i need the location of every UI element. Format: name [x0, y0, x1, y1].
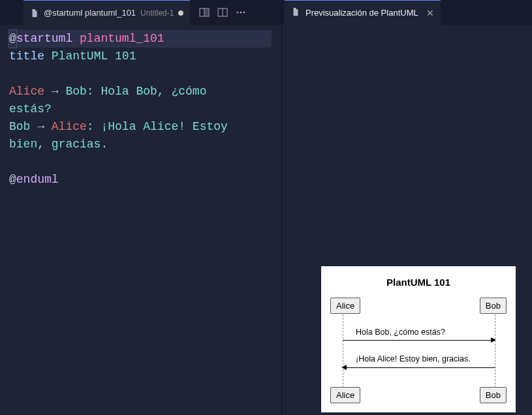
- preview-tabbar: Previsualización de PlantUML ✕: [282, 0, 532, 25]
- code-editor[interactable]: @startuml plantuml_101 title PlantUML 10…: [0, 25, 281, 189]
- message-2-label: ¡Hola Alice! Estoy bien, gracias.: [356, 354, 471, 363]
- preview-tab[interactable]: Previsualización de PlantUML ✕: [285, 0, 441, 25]
- svg-point-5: [237, 12, 239, 14]
- editor-line: [9, 65, 281, 83]
- editor-tab-subtitle: Untitled-1: [140, 8, 174, 18]
- arrow-right-icon: [491, 337, 496, 343]
- editor-line: title PlantUML 101: [9, 48, 281, 65]
- svg-point-7: [243, 12, 245, 14]
- diagram-title: PlantUML 101: [321, 266, 516, 288]
- editor-line: @startuml plantuml_101: [9, 30, 272, 48]
- plantuml-diagram: PlantUML 101 Alice Bob Alice Bob Hola Bo…: [321, 266, 516, 412]
- dirty-indicator-icon: [178, 10, 183, 16]
- file-icon: [30, 8, 39, 18]
- split-editor-icon[interactable]: [217, 7, 228, 18]
- preview-pane: Previsualización de PlantUML ✕ PlantUML …: [282, 0, 532, 415]
- svg-rect-2: [205, 9, 208, 16]
- editor-line: Bob → Alice: ¡Hola Alice! Estoy: [9, 118, 281, 136]
- actor-box-alice-bottom: Alice: [330, 387, 360, 403]
- actor-box-bob-top: Bob: [480, 298, 507, 314]
- message-1-arrow: [343, 340, 495, 341]
- preview-tab-title: Previsualización de PlantUML: [305, 8, 418, 18]
- actor-box-alice-top: Alice: [330, 298, 360, 314]
- svg-point-6: [240, 12, 242, 14]
- message-2-arrow: [346, 367, 495, 368]
- split-preview-icon[interactable]: [199, 7, 210, 18]
- arrow-left-icon: [341, 365, 347, 370]
- editor-tab-title: @startuml plantuml_101: [44, 8, 136, 18]
- editor-line: Alice → Bob: Hola Bob, ¿cómo: [9, 83, 281, 100]
- actor-box-bob-bottom: Bob: [480, 387, 507, 403]
- lifeline-alice: [343, 315, 343, 388]
- editor-line: [9, 153, 281, 171]
- more-actions-icon[interactable]: [236, 7, 246, 18]
- editor-tab[interactable]: @startuml plantuml_101 Untitled-1: [23, 0, 190, 25]
- editor-tabbar: @startuml plantuml_101 Untitled-1: [0, 0, 281, 25]
- editor-pane: @startuml plantuml_101 Untitled-1 @start…: [0, 0, 282, 415]
- preview-area[interactable]: PlantUML 101 Alice Bob Alice Bob Hola Bo…: [282, 25, 532, 415]
- lifeline-bob: [495, 315, 495, 388]
- file-icon: [291, 7, 300, 18]
- editor-line: estás?: [9, 100, 281, 118]
- editor-tab-actions: [190, 0, 253, 25]
- message-1-label: Hola Bob, ¿cómo estás?: [356, 328, 445, 337]
- close-icon[interactable]: ✕: [424, 8, 434, 18]
- editor-line: bien, gracias.: [9, 136, 281, 153]
- editor-line: @enduml: [9, 171, 281, 189]
